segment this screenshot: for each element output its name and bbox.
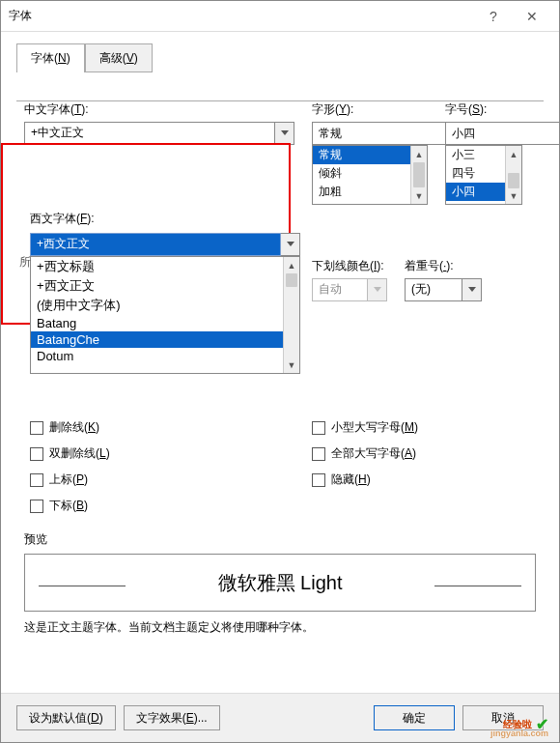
scrollbar[interactable]: ▲ ▼ xyxy=(505,146,521,204)
dropdown-option[interactable]: BatangChe xyxy=(31,331,283,348)
close-icon[interactable]: ✕ xyxy=(513,3,551,30)
dropdown-option[interactable]: Batang xyxy=(31,315,283,331)
scroll-thumb[interactable] xyxy=(413,162,425,187)
preview-section: 预览 微软雅黑 Light 这是正文主题字体。当前文档主题定义将使用哪种字体。 xyxy=(24,531,536,636)
font-size-list[interactable]: 小三 四号 小四 ▲ ▼ xyxy=(445,145,522,205)
ok-button[interactable]: 确定 xyxy=(374,705,455,730)
watermark: 经验啦 ✔ jingyanla.com xyxy=(503,715,548,733)
chevron-down-icon[interactable] xyxy=(462,278,482,301)
tab-advanced[interactable]: 高级(V) xyxy=(85,43,153,72)
checkbox-strikethrough[interactable]: 删除线(K) xyxy=(30,419,254,436)
dropdown-option[interactable]: (使用中文字体) xyxy=(31,296,283,315)
scroll-up-icon[interactable]: ▲ xyxy=(506,146,521,162)
underline-color-label: 下划线颜色(I): xyxy=(312,258,387,274)
checkbox-double-strikethrough[interactable]: 双删除线(L) xyxy=(30,445,254,462)
emphasis-label: 着重号(·): xyxy=(405,258,482,274)
scroll-thumb[interactable] xyxy=(286,273,297,287)
chevron-down-icon[interactable] xyxy=(281,233,300,256)
dropdown-option[interactable]: Dotum xyxy=(31,348,283,364)
tab-advanced-label: 高级(V) xyxy=(99,51,138,65)
underline-color-value: 自动 xyxy=(312,278,368,301)
tab-font-label: 字体(N) xyxy=(31,51,70,65)
checkbox-icon[interactable] xyxy=(30,447,43,461)
checkbox-label: 小型大写字母(M) xyxy=(331,419,418,436)
scroll-down-icon[interactable]: ▼ xyxy=(411,187,427,204)
chevron-down-icon[interactable] xyxy=(368,278,387,301)
checkbox-hidden[interactable]: 隐藏(H) xyxy=(312,472,536,488)
button-label: 文字效果(E)... xyxy=(136,710,208,727)
scrollbar[interactable]: ▲ ▼ xyxy=(283,257,299,373)
preview-line-right xyxy=(434,586,521,586)
chinese-font-combo[interactable]: +中文正文 xyxy=(24,122,294,145)
checkbox-label: 删除线(K) xyxy=(49,419,99,436)
scroll-up-icon[interactable]: ▲ xyxy=(284,257,299,273)
checkbox-allcaps[interactable]: 全部大写字母(A) xyxy=(312,445,536,462)
checkbox-label: 上标(P) xyxy=(49,472,88,488)
checkbox-subscript[interactable]: 下标(B) xyxy=(30,498,254,514)
tab-divider xyxy=(16,100,544,101)
checkbox-smallcaps[interactable]: 小型大写字母(M) xyxy=(312,419,536,436)
emphasis-value: (无) xyxy=(405,278,462,301)
list-item[interactable]: 小四 xyxy=(446,183,505,201)
western-font-combo[interactable]: +西文正文 xyxy=(30,233,300,256)
tab-bar: 字体(N) 高级(V) xyxy=(16,43,559,72)
chinese-font-label: 中文字体(T): xyxy=(24,101,294,118)
dialog-title: 字体 xyxy=(9,8,474,24)
preview-label: 预览 xyxy=(24,531,536,548)
preview-text: 微软雅黑 Light xyxy=(218,570,343,596)
button-label: 设为默认值(D) xyxy=(29,710,103,727)
western-font-value[interactable]: +西文正文 xyxy=(30,233,281,256)
checkbox-icon[interactable] xyxy=(312,473,325,487)
list-item[interactable]: 四号 xyxy=(446,164,505,183)
preview-line-left xyxy=(39,586,126,586)
chevron-down-icon[interactable] xyxy=(275,122,294,145)
button-bar: 设为默认值(D) 文字效果(E)... 确定 取消 xyxy=(1,693,559,742)
button-label: 确定 xyxy=(403,710,426,727)
font-style-list[interactable]: 常规 倾斜 加粗 ▲ ▼ xyxy=(312,145,428,205)
checkbox-label: 隐藏(H) xyxy=(331,472,371,488)
preview-box: 微软雅黑 Light xyxy=(24,554,536,612)
emphasis-combo[interactable]: (无) xyxy=(405,278,482,301)
tab-font[interactable]: 字体(N) xyxy=(16,43,85,72)
list-item[interactable]: 小三 xyxy=(446,146,505,164)
font-size-input[interactable] xyxy=(445,122,559,145)
effects-section: 效果 删除线(K) 双删除线(L) 上标(P) 下标(B) 小型大写字母(M) … xyxy=(24,393,536,524)
scroll-down-icon[interactable]: ▼ xyxy=(506,187,521,204)
checkbox-icon[interactable] xyxy=(312,447,325,461)
all-text-label: 所 xyxy=(19,254,31,271)
text-effects-button[interactable]: 文字效果(E)... xyxy=(124,705,220,730)
dropdown-option[interactable]: +西文标题 xyxy=(31,257,283,276)
checkbox-label: 双删除线(L) xyxy=(49,445,110,462)
font-dialog: 字体 ? ✕ 字体(N) 高级(V) 中文字体(T): +中文正文 字形(Y): xyxy=(0,0,560,743)
set-default-button[interactable]: 设为默认值(D) xyxy=(16,705,116,730)
dropdown-option[interactable]: +西文正文 xyxy=(31,276,283,296)
preview-note: 这是正文主题字体。当前文档主题定义将使用哪种字体。 xyxy=(24,619,536,636)
checkbox-label: 全部大写字母(A) xyxy=(331,445,416,462)
scrollbar[interactable]: ▲ ▼ xyxy=(410,146,427,204)
titlebar: 字体 ? ✕ xyxy=(1,1,559,32)
western-font-dropdown[interactable]: +西文标题 +西文正文 (使用中文字体) Batang BatangChe Do… xyxy=(30,256,300,374)
list-item[interactable]: 倾斜 xyxy=(313,164,410,183)
checkbox-icon[interactable] xyxy=(30,421,43,435)
help-icon[interactable]: ? xyxy=(474,3,513,30)
checkbox-icon[interactable] xyxy=(30,473,43,487)
scroll-thumb[interactable] xyxy=(508,173,519,188)
checkbox-label: 下标(B) xyxy=(49,498,88,514)
tab-panel: 中文字体(T): +中文正文 字形(Y): 常规 倾斜 加粗 xyxy=(1,72,559,693)
chinese-font-value[interactable]: +中文正文 xyxy=(24,122,275,145)
list-item[interactable]: 加粗 xyxy=(313,183,410,201)
checkbox-superscript[interactable]: 上标(P) xyxy=(30,472,254,488)
western-font-label: 西文字体(F): xyxy=(30,211,300,227)
underline-color-combo[interactable]: 自动 xyxy=(312,278,387,301)
font-style-label: 字形(Y): xyxy=(312,101,428,118)
checkbox-icon[interactable] xyxy=(312,421,325,435)
scroll-down-icon[interactable]: ▼ xyxy=(284,357,299,373)
list-item[interactable]: 常规 xyxy=(313,146,410,164)
font-size-label: 字号(S): xyxy=(445,101,522,118)
checkbox-icon[interactable] xyxy=(30,500,43,513)
scroll-up-icon[interactable]: ▲ xyxy=(411,146,427,162)
